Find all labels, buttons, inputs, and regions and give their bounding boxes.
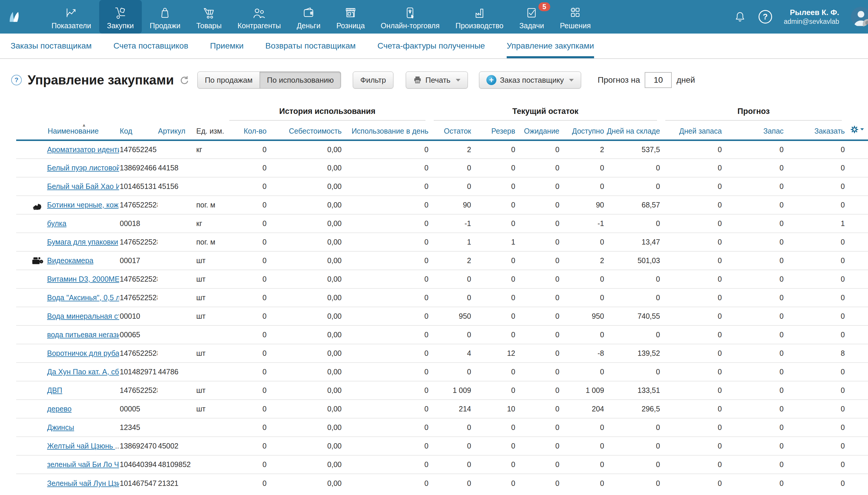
cell-usage-per-day: 0	[343, 177, 430, 196]
product-link[interactable]: Белый чай Бай Хао И	[47, 182, 119, 190]
product-link[interactable]: булка	[47, 219, 67, 227]
table-row[interactable]: Джинсы 12345 0 0,00 0 0 0 0 0 0 0 0 0	[16, 418, 868, 437]
col-stock[interactable]: Остаток	[430, 121, 472, 140]
cell-available: 2	[560, 140, 605, 159]
nav-item-money[interactable]: Деньги	[289, 0, 328, 34]
col-cost[interactable]: Себестоимость	[268, 121, 343, 140]
cell-to-order: 0	[785, 196, 846, 214]
print-button[interactable]: Печать	[406, 71, 468, 89]
col-awaiting[interactable]: Ожидание	[516, 121, 560, 140]
page-help-icon[interactable]: ?	[11, 75, 22, 85]
cell-to-order: 0	[785, 177, 846, 196]
group-forecast: Прогноз	[661, 102, 846, 121]
table-row[interactable]: Вода "Аксинья", 0,5 л 1476522528 шт 0 0,…	[16, 288, 868, 307]
product-link[interactable]: Зеленый чай Лун Цзи	[47, 479, 119, 487]
table-row[interactable]: вода питьевая негази... 00065 0 0,00 0 0…	[16, 325, 868, 344]
col-days-supply[interactable]: Дней запаса	[661, 121, 723, 140]
product-link[interactable]: вода питьевая негази	[47, 330, 119, 339]
tab-received-invoices[interactable]: Счета-фактуры полученные	[378, 34, 485, 58]
by-usage-button[interactable]: По использованию	[260, 71, 341, 89]
table-row[interactable]: Зеленый чай Лун Цзи... 101467547 21321 0…	[16, 474, 868, 492]
tab-supplier-returns[interactable]: Возвраты поставщикам	[265, 34, 356, 58]
cell-days-supply: 0	[661, 233, 723, 251]
avatar[interactable]	[851, 7, 868, 27]
col-to-order[interactable]: Заказать	[785, 121, 846, 140]
tasks-badge: 5	[538, 2, 550, 11]
product-link[interactable]: Ароматизатор иденти	[47, 146, 119, 154]
product-link[interactable]: Да Хун Пао кат. А, сб	[47, 368, 119, 376]
cell-qty: 0	[225, 270, 268, 288]
table-row[interactable]: Да Хун Пао кат. А, сб... 101482971 44786…	[16, 362, 868, 381]
help-icon[interactable]: ?	[759, 10, 772, 23]
col-code[interactable]: Код	[119, 121, 157, 140]
col-qty[interactable]: Кол-во	[225, 121, 268, 140]
user-info[interactable]: Рылеев К. Ф. admin@sevkavlab	[784, 8, 839, 25]
product-link[interactable]: Белый пуэр листовой	[47, 164, 119, 172]
cell-to-order: 0	[785, 288, 846, 307]
col-usage-per-day[interactable]: Использование в день	[343, 121, 430, 140]
cell-cost: 0,00	[268, 177, 343, 196]
table-row[interactable]: Белый пуэр листовой... 138692466 44158 0…	[16, 159, 868, 177]
cell-article	[157, 381, 196, 400]
table-row[interactable]: Белый чай Бай Хао И... 101465131 45156 0…	[16, 177, 868, 196]
product-link[interactable]: Желтый чай Цзюнь	[47, 442, 115, 450]
table-row[interactable]: Ботинки черные, кож... 1476522528 пог. м…	[16, 196, 868, 214]
notifications-bell-icon[interactable]	[733, 10, 747, 23]
table-row[interactable]: булка 00018 кг 0 0,00 0 -1 0 0 -1 0 0 0 …	[16, 214, 868, 233]
product-link[interactable]: Бумага для упаковки	[47, 238, 118, 246]
product-link[interactable]: Витамин D3, 2000МЕ,	[47, 275, 119, 283]
product-link[interactable]: дерево	[47, 405, 71, 413]
nav-item-retail[interactable]: Розница	[328, 0, 373, 34]
filter-button[interactable]: Фильтр	[353, 71, 393, 89]
cell-reserve: 0	[472, 270, 516, 288]
product-link[interactable]: Вода "Аксинья", 0,5 л	[47, 293, 119, 302]
nav-item-online-trade[interactable]: Онлайн-торговля	[373, 0, 448, 34]
forecast-unit: дней	[676, 75, 695, 85]
col-supply[interactable]: Запас	[723, 121, 785, 140]
col-name[interactable]: ▲Наименование	[47, 121, 119, 140]
product-link[interactable]: Вода минеральная ст	[47, 312, 119, 320]
nav-item-tasks[interactable]: 5 Задачи	[511, 0, 552, 34]
table-row[interactable]: Ароматизатор иденти... 147652245 кг 0 0,…	[16, 140, 868, 159]
table-row[interactable]: Воротничок для руба... 1476522528 шт 0 0…	[16, 344, 868, 362]
tab-supplier-invoices[interactable]: Счета поставщиков	[113, 34, 188, 58]
nav-item-sales[interactable]: Продажи	[142, 0, 188, 34]
refresh-icon[interactable]	[179, 75, 189, 85]
table-row[interactable]: Желтый чай Цзюнь ... 138692470 45002 0 0…	[16, 437, 868, 455]
tab-supplier-orders[interactable]: Заказы поставщикам	[11, 34, 91, 58]
table-row[interactable]: ДВП 1476522528 шт 0 0,00 0 1 009 0 0 1 0…	[16, 381, 868, 400]
tab-receivings[interactable]: Приемки	[210, 34, 244, 58]
cell-stock: 0	[430, 362, 472, 381]
column-settings-button[interactable]	[850, 125, 864, 134]
col-article[interactable]: Артикул	[157, 121, 196, 140]
table-row[interactable]: Витамин D3, 2000МЕ,... 1476522528 шт 0 0…	[16, 270, 868, 288]
product-link[interactable]: зеленый чай Би Ло Ч	[47, 460, 119, 468]
table-row[interactable]: дерево 00005 шт 0 0,00 0 214 10 0 204 29…	[16, 400, 868, 418]
product-link[interactable]: Джинсы	[47, 423, 74, 431]
forecast-days-input[interactable]	[645, 72, 672, 88]
nav-item-goods[interactable]: Товары	[188, 0, 229, 34]
col-days-in-stock[interactable]: Дней на складе	[605, 121, 661, 140]
product-link[interactable]: ДВП	[47, 386, 63, 394]
supplier-order-button[interactable]: + Заказ поставщику	[479, 71, 581, 89]
nav-item-production[interactable]: Производство	[448, 0, 511, 34]
product-link[interactable]: Ботинки черные, кож	[47, 201, 119, 209]
nav-item-contractors[interactable]: Контрагенты	[229, 0, 289, 34]
table-row[interactable]: Бумага для упаковки 1476522528 пог. м 0 …	[16, 233, 868, 251]
table-row[interactable]: Видеокамера 00017 шт 0 0,00 0 2 0 0 2 50…	[16, 251, 868, 270]
cell-reserve: 0	[472, 325, 516, 344]
product-link[interactable]: Воротничок для руба	[47, 349, 119, 357]
product-link[interactable]: Видеокамера	[47, 256, 93, 264]
nav-item-solutions[interactable]: Решения	[552, 0, 599, 34]
table-row[interactable]: Вода минеральная ст... 00010 шт 0 0,00 0…	[16, 307, 868, 325]
app-logo[interactable]	[4, 0, 25, 34]
nav-item-indicators[interactable]: Показатели	[44, 0, 99, 34]
cell-days-in-stock: 0	[605, 474, 661, 492]
col-reserve[interactable]: Резерв	[472, 121, 516, 140]
nav-item-purchases[interactable]: Закупки	[99, 0, 142, 34]
cell-usage-per-day: 0	[343, 437, 430, 455]
by-sales-button[interactable]: По продажам	[197, 71, 260, 89]
col-available[interactable]: Доступно	[560, 121, 605, 140]
tab-purchase-management[interactable]: Управление закупками	[507, 34, 594, 58]
table-row[interactable]: зеленый чай Би Ло Ч... 104640394 4810985…	[16, 455, 868, 474]
